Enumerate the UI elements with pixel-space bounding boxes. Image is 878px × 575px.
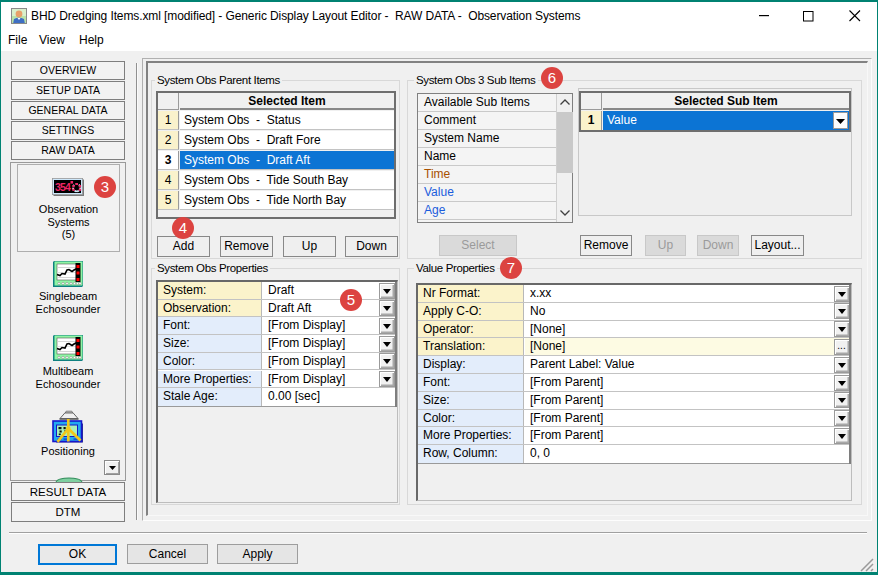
svg-text:354: 354: [55, 181, 71, 193]
